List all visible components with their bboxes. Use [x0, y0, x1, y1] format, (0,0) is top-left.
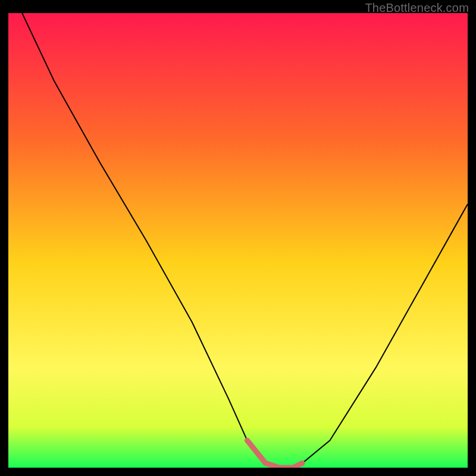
gradient-background [8, 13, 468, 468]
bottleneck-chart [8, 13, 468, 468]
chart-frame [8, 13, 468, 468]
